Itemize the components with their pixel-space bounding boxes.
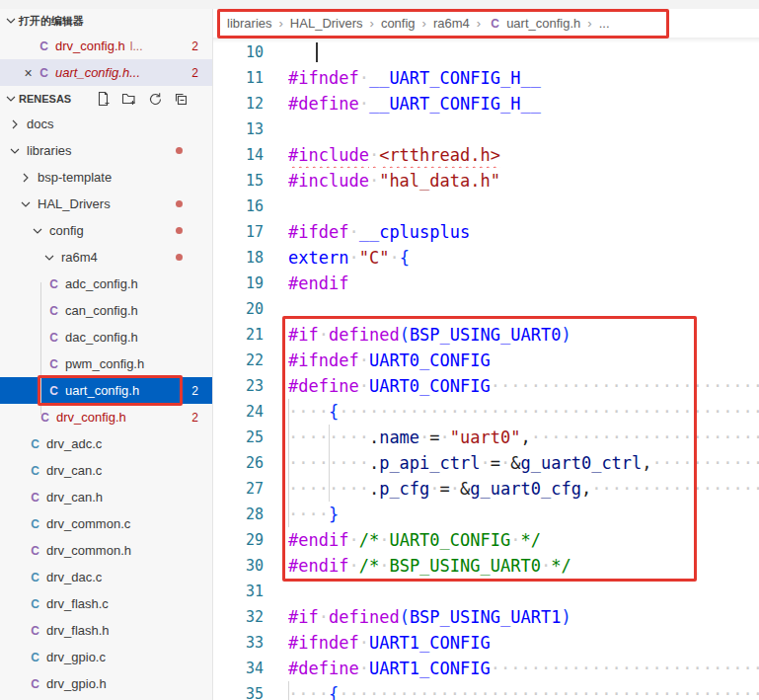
breadcrumb-separator: › [363, 16, 381, 31]
whitespace-dots: ········································ [491, 659, 759, 678]
code-line-29[interactable]: 29#endif·/*·UART0_CONFIG·*/ [213, 527, 759, 553]
tree-item-drv_flash-h[interactable]: Cdrv_flash.h [0, 617, 212, 644]
whitespace-dots: ······························ [531, 428, 759, 447]
tree-item-drv_gpio-h[interactable]: Cdrv_gpio.h [0, 670, 212, 697]
line-number: 31 [213, 579, 264, 604]
code-line-33[interactable]: 33#ifndef·UART1_CONFIG [213, 630, 759, 656]
tree-item-drv_can-h[interactable]: Cdrv_can.h [0, 484, 212, 510]
code-line-35[interactable]: 35····{·································… [213, 681, 759, 700]
code-line-15[interactable]: 15#include·"hal_data.h" [213, 168, 759, 194]
open-editor-item-drv_config-h[interactable]: Cdrv_config.hl...2 [0, 33, 212, 59]
code-line-20[interactable]: 20 [213, 296, 759, 322]
code-line-13[interactable]: 13 [213, 117, 759, 142]
tree-item-pwm_config-h[interactable]: Cpwm_config.h [0, 350, 212, 377]
code-line-11[interactable]: 11#ifndef·__UART_CONFIG_H__ [213, 65, 759, 91]
collapse-all-icon[interactable] [172, 90, 189, 107]
line-number: 22 [213, 348, 264, 373]
tree-item-drv_can-c[interactable]: Cdrv_can.c [0, 457, 212, 484]
text-cursor [316, 42, 318, 62]
code-line-content: #define·UART1_CONFIG····················… [288, 656, 759, 681]
chevron-down-icon [30, 223, 45, 239]
tree-item-can_config-h[interactable]: Ccan_config.h [0, 297, 212, 324]
chevron-down-icon [41, 250, 57, 266]
tree-item-drv_config-h[interactable]: Cdrv_config.h2 [0, 404, 212, 430]
breadcrumb-ellipsis[interactable]: ... [599, 16, 610, 31]
code-line-22[interactable]: 22#ifndef·UART0_CONFIG [213, 348, 759, 373]
tree-item-config[interactable]: config [0, 217, 212, 244]
code-line-30[interactable]: 30#endif·/*·BSP_USING_UART0·*/ [213, 553, 759, 579]
breadcrumb-item-ra6m4[interactable]: ra6m4 [433, 16, 470, 31]
code-line-content: #ifndef·UART1_CONFIG [288, 630, 759, 656]
code-line-31[interactable]: 31 [213, 579, 759, 604]
code-line-14[interactable]: 14#include·<rtthread.h> [213, 142, 759, 168]
breadcrumb-item-HAL_Drivers[interactable]: HAL_Drivers [290, 16, 363, 31]
breadcrumb-item-config[interactable]: config [381, 16, 416, 31]
code-line-24[interactable]: 24····{·································… [213, 399, 759, 425]
code-area[interactable]: 1011#ifndef·__UART_CONFIG_H__12#define·_… [213, 39, 759, 700]
line-number: 15 [213, 168, 264, 194]
code-token: , [642, 453, 651, 473]
tree-item-HAL_Drivers[interactable]: HAL_Drivers [0, 191, 212, 217]
code-line-16[interactable]: 16 [213, 194, 759, 219]
tree-item-drv_common-h[interactable]: Cdrv_common.h [0, 537, 212, 564]
code-token: #include [288, 171, 369, 191]
file-description: l... [130, 39, 143, 53]
tree-item-drv_flash-c[interactable]: Cdrv_flash.c [0, 590, 212, 617]
code-line-12[interactable]: 12#define·__UART_CONFIG_H__ [213, 91, 759, 117]
line-number: 14 [213, 142, 264, 168]
code-line-32[interactable]: 32#if·defined(BSP_USING_UART1) [213, 604, 759, 630]
code-line-10[interactable]: 10 [213, 39, 759, 65]
code-line-25[interactable]: 25········.name·=·"uart0",··············… [213, 425, 759, 450]
code-line-34[interactable]: 34#define·UART1_CONFIG··················… [213, 656, 759, 681]
tree-item-libraries[interactable]: libraries [0, 137, 212, 164]
code-line-content: #include·<rtthread.h> [288, 142, 759, 168]
new-folder-icon[interactable] [120, 90, 137, 107]
code-token: { [329, 402, 339, 422]
breadcrumb-separator: › [272, 16, 290, 31]
tree-item-drv_gpio-c[interactable]: Cdrv_gpio.c [0, 644, 212, 670]
code-token: & [460, 479, 470, 499]
code-line-17[interactable]: 17#ifdef·__cplusplus [213, 219, 759, 245]
tree-item-bsp-template[interactable]: bsp-template [0, 164, 212, 191]
error-squiggle: #include·<rtthread.h> [288, 145, 500, 165]
tree-item-uart_config-h[interactable]: Cuart_config.h2 [0, 377, 212, 404]
tree-item-docs[interactable]: docs [0, 111, 212, 137]
breadcrumb-file[interactable]: Cuart_config.h [488, 16, 580, 31]
open-editors-header[interactable]: 打开的编辑器 [0, 9, 212, 33]
new-file-icon[interactable] [95, 90, 112, 107]
code-token: "hal_data.h" [379, 171, 500, 191]
code-token: UART0_CONFIG [369, 376, 491, 396]
refresh-icon[interactable] [146, 90, 163, 107]
tree-item-dac_config-h[interactable]: Cdac_config.h [0, 324, 212, 350]
whitespace-dots: · [348, 248, 358, 268]
code-token: = [491, 453, 500, 473]
code-line-content: ····} [288, 502, 759, 527]
explorer-section-header[interactable]: RENESAS [0, 86, 212, 111]
indent-guide [329, 476, 330, 502]
tree-item-ra6m4[interactable]: ra6m4 [0, 244, 212, 271]
code-line-26[interactable]: 26········.p_api_ctrl·=·&g_uart0_ctrl,··… [213, 450, 759, 476]
code-line-19[interactable]: 19#endif [213, 271, 759, 296]
code-token: #define [288, 94, 359, 114]
line-number: 21 [213, 322, 264, 348]
tree-item-drv_common-c[interactable]: Cdrv_common.c [0, 510, 212, 537]
code-token: #ifdef [288, 222, 348, 242]
code-line-18[interactable]: 18extern·"C"·{ [213, 245, 759, 271]
code-line-28[interactable]: 28····} [213, 502, 759, 527]
code-line-23[interactable]: 23#define·UART0_CONFIG··················… [213, 373, 759, 399]
code-line-21[interactable]: 21#if·defined(BSP_USING_UART0) [213, 322, 759, 348]
tree-item-drv_dac-c[interactable]: Cdrv_dac.c [0, 564, 212, 590]
code-token: } [329, 505, 339, 524]
code-token: = [429, 428, 439, 447]
code-token: "C" [359, 248, 390, 268]
line-number: 28 [213, 502, 264, 527]
tree-item-adc_config-h[interactable]: Cadc_config.h [0, 271, 212, 297]
open-editor-item-uart_config-h-[interactable]: ×Cuart_config.h...2 [0, 59, 212, 86]
code-line-27[interactable]: 27········.p_cfg·=·&g_uart0_cfg,········… [213, 476, 759, 502]
close-icon[interactable]: × [20, 65, 37, 81]
tree-item-drv_adc-c[interactable]: Cdrv_adc.c [0, 430, 212, 457]
code-line-content: ····{···································… [288, 681, 759, 700]
whitespace-dots: · [440, 428, 450, 447]
breadcrumb-item-libraries[interactable]: libraries [227, 16, 272, 31]
file-label: drv_config.h [56, 410, 126, 425]
